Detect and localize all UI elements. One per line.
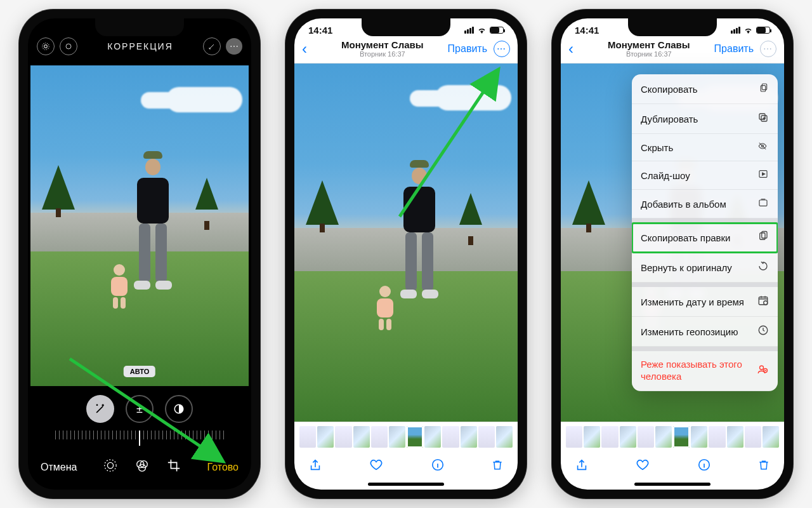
copy-icon — [759, 82, 769, 96]
menu-copy[interactable]: Скопировать — [632, 74, 778, 104]
menu-add-album[interactable]: Добавить в альбом — [632, 190, 778, 218]
notch — [362, 18, 450, 36]
favorite-icon[interactable] — [369, 458, 384, 477]
auto-enhance-tool[interactable] — [86, 395, 114, 423]
home-indicator[interactable] — [368, 483, 444, 486]
svg-point-4 — [107, 462, 113, 468]
navbar: ‹ Монумент Славы Вторник 16:37 Править ⋯ — [561, 37, 784, 64]
nav-subtitle: Вторник 16:37 — [341, 50, 424, 58]
done-button[interactable]: Готово — [207, 462, 239, 473]
phone-viewer-menu: 14:41 ‹ Монумент Славы Вторник 16:37 Пра… — [552, 10, 793, 498]
battery-icon — [490, 27, 504, 34]
duplicate-icon — [757, 112, 769, 126]
album-icon — [757, 197, 769, 210]
adjustment-tools: ± — [28, 390, 251, 425]
context-menu: Скопировать Дублировать Скрыть Слайд-шоу… — [632, 74, 778, 391]
brilliance-tool[interactable] — [165, 395, 193, 423]
revert-icon — [757, 260, 769, 274]
status-time: 14:41 — [308, 25, 332, 36]
cellular-icon — [464, 27, 474, 34]
svg-point-1 — [43, 43, 49, 50]
info-icon[interactable] — [697, 458, 711, 477]
editor-title: КОРРЕКЦИЯ — [107, 41, 173, 51]
cancel-button[interactable]: Отмена — [41, 462, 77, 473]
svg-point-5 — [105, 460, 116, 471]
wifi-icon — [477, 25, 487, 35]
notch — [628, 18, 717, 36]
svg-rect-13 — [762, 84, 766, 90]
back-button[interactable]: ‹ — [302, 40, 317, 58]
adjust-mode-icon[interactable] — [103, 458, 117, 476]
battery-icon — [756, 27, 770, 34]
back-button[interactable]: ‹ — [568, 40, 584, 58]
edit-button[interactable]: Править — [714, 43, 754, 55]
hide-icon — [756, 142, 769, 153]
menu-adjust-location[interactable]: Изменить геопозицию — [632, 317, 778, 347]
wifi-icon — [743, 25, 753, 35]
nav-title: Монумент Славы — [341, 39, 424, 50]
copy-edits-icon — [757, 231, 769, 244]
more-button[interactable]: ⋯ — [226, 38, 242, 55]
calendar-icon — [757, 295, 769, 309]
status-time: 14:41 — [575, 25, 599, 36]
editor-photo[interactable]: АВТО — [30, 65, 249, 386]
phone-viewer: 14:41 ‹ Монумент Славы Вторник 16:37 Пра… — [285, 10, 527, 498]
nav-subtitle: Вторник 16:37 — [608, 50, 690, 58]
svg-point-23 — [764, 301, 768, 305]
trash-icon[interactable] — [757, 458, 770, 477]
adjustment-slider[interactable] — [28, 425, 251, 451]
motion-toggle[interactable] — [60, 37, 77, 55]
phone-editor: КОРРЕКЦИЯ ⋯ АВТО ± — [19, 10, 260, 498]
notch — [95, 18, 184, 36]
menu-copy-edits[interactable]: Скопировать правки — [632, 223, 778, 253]
menu-duplicate[interactable]: Дублировать — [632, 104, 778, 134]
play-icon — [757, 169, 769, 182]
trash-icon[interactable] — [491, 458, 504, 477]
filters-mode-icon[interactable] — [135, 458, 149, 476]
auto-badge: АВТО — [124, 366, 155, 377]
menu-revert[interactable]: Вернуть к оригиналу — [632, 253, 778, 283]
share-icon[interactable] — [575, 458, 589, 477]
menu-feature-less[interactable]: Реже показывать этого человека — [632, 351, 778, 391]
viewer-photo[interactable] — [294, 64, 518, 422]
menu-adjust-datetime[interactable]: Изменить дату и время — [632, 287, 778, 317]
more-button[interactable]: ⋯ — [494, 41, 510, 57]
menu-hide[interactable]: Скрыть — [632, 134, 778, 161]
svg-point-25 — [760, 366, 764, 370]
svg-point-0 — [44, 45, 48, 48]
svg-rect-14 — [761, 86, 765, 91]
more-button[interactable]: ⋯ — [760, 41, 776, 57]
navbar: ‹ Монумент Славы Вторник 16:37 Править ⋯ — [294, 37, 518, 64]
svg-rect-19 — [759, 200, 767, 206]
share-icon[interactable] — [308, 458, 322, 477]
favorite-icon[interactable] — [635, 458, 650, 477]
cellular-icon — [731, 27, 740, 34]
svg-point-2 — [66, 44, 71, 49]
live-photo-toggle[interactable] — [37, 37, 55, 55]
info-icon[interactable] — [431, 458, 445, 477]
exposure-tool[interactable]: ± — [126, 395, 154, 423]
location-icon — [757, 324, 769, 338]
home-indicator[interactable] — [634, 483, 710, 486]
person-minus-icon — [756, 364, 769, 378]
markup-button[interactable] — [203, 37, 221, 55]
thumbnail-strip[interactable] — [294, 422, 518, 451]
crop-mode-icon[interactable] — [167, 458, 181, 476]
nav-title: Монумент Славы — [608, 39, 690, 50]
edit-button[interactable]: Править — [448, 43, 487, 55]
thumbnail-strip[interactable] — [561, 422, 784, 451]
menu-slideshow[interactable]: Слайд-шоу — [632, 161, 778, 190]
editor-bottombar: Отмена Готово — [28, 451, 251, 490]
